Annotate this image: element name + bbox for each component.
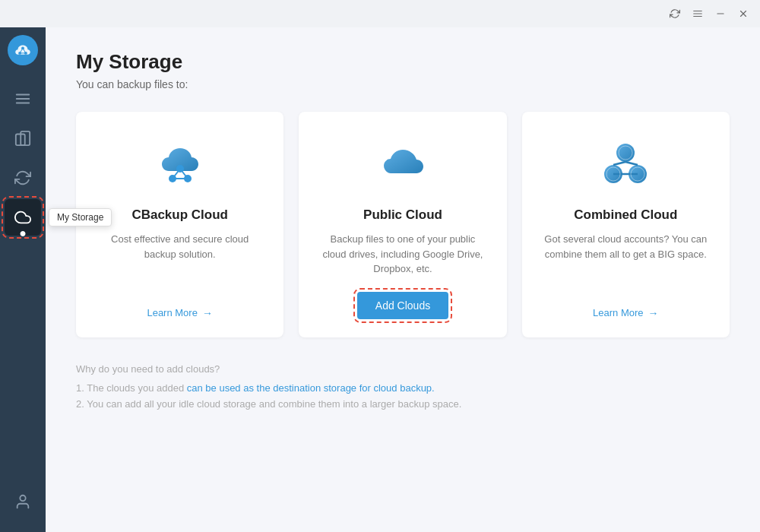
menu-button[interactable] [687,3,708,24]
cbackup-cloud-desc: Cost effective and secure cloud backup s… [94,232,265,292]
cbackup-learn-more-link[interactable]: Learn More → [147,307,212,319]
sidebar-item-sync[interactable] [5,160,41,196]
learn-more-arrow-1: → [202,307,213,319]
titlebar [0,0,760,27]
sidebar-item-storage[interactable]: ● My Storage [5,199,41,236]
info-item-1-highlight: can be used as the destination storage f… [187,382,435,394]
svg-line-29 [625,162,638,165]
info-title: Why do you need to add clouds? [76,363,730,375]
storage-tooltip: My Storage [49,208,112,226]
svg-point-25 [616,144,635,162]
refresh-button[interactable] [664,3,686,24]
cbackup-cloud-title: CBackup Cloud [131,207,228,223]
add-clouds-button[interactable]: Add Clouds [357,292,448,319]
public-cloud-card: Public Cloud Backup files to one of your… [299,112,506,337]
combined-cloud-desc: Got several cloud accounts? You can comb… [540,232,711,292]
combined-cloud-card: Combined Cloud Got several cloud account… [522,112,730,337]
minimize-button[interactable] [710,3,731,24]
combined-learn-more-link[interactable]: Learn More → [593,307,658,319]
info-section: Why do you need to add clouds? 1. The cl… [76,360,730,417]
info-item-2-text: 2. You can add all your idle cloud stora… [76,398,461,410]
sidebar-item-account[interactable] [5,483,41,520]
public-cloud-icon [372,135,433,195]
main-content: My Storage You can backup files to: [46,27,760,532]
cards-row: CBackup Cloud Cost effective and secure … [76,112,730,337]
page-title: My Storage [76,50,730,74]
info-item-1: 1. The clouds you added can be used as t… [76,382,730,394]
svg-point-18 [20,496,25,501]
learn-more-arrow-2: → [648,307,659,319]
app-body: ● My Storage My Storage You can backup f… [0,27,760,532]
page-subtitle: You can backup files to: [76,78,730,90]
sidebar-item-files[interactable] [5,120,41,157]
app-logo [8,35,38,65]
sidebar: ● My Storage [0,27,46,532]
info-item-1-number: 1. The clouds you added [76,382,187,394]
public-cloud-desc: Backup files to one of your public cloud… [317,232,488,277]
sidebar-item-dashboard[interactable] [5,81,41,117]
public-cloud-title: Public Cloud [363,207,442,223]
combined-cloud-title: Combined Cloud [574,207,677,223]
cbackup-cloud-icon [150,135,211,195]
info-item-2: 2. You can add all your idle cloud stora… [76,398,730,410]
close-button[interactable] [733,3,754,24]
svg-line-28 [613,162,625,165]
combined-cloud-icon [595,135,656,195]
